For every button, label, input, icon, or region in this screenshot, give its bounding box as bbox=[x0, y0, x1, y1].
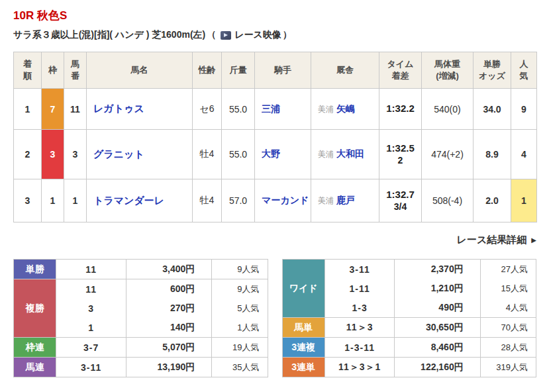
result-row-1: 1 7 11 レガトゥス セ6 55.0 三浦 美浦矢嶋 1:32.2 540(… bbox=[14, 89, 537, 130]
frame-cell: 3 bbox=[42, 130, 64, 179]
chevron-right-icon: ▶ bbox=[531, 236, 536, 244]
horse-name-link[interactable]: レガトゥス bbox=[93, 103, 144, 114]
payout-combo: 11＞3 bbox=[324, 318, 395, 338]
result-row-3: 3 1 1 トラマンダーレ 牡4 57.0 マーカンド 美浦鹿戸 1:32.7 … bbox=[14, 179, 537, 222]
stable-cell: 美浦鹿戸 bbox=[311, 179, 379, 222]
column-header-horse-weight: 馬体重 (増減) bbox=[422, 52, 474, 89]
payout-amount: 30,650円 bbox=[395, 318, 480, 338]
time-value: 1:32.7 bbox=[381, 189, 420, 201]
column-header-weight: 斤量 bbox=[222, 52, 255, 89]
race-results-table: 着 順 枠 馬 番 馬名 性齢 斤量 騎手 厩舎 タイム 着差 馬体重 (増減)… bbox=[13, 52, 537, 222]
payout-table-left: 単勝 11 3,400円 9人気 複勝 11 600円 9人気 3 270円 5… bbox=[13, 259, 268, 377]
column-header-jockey: 騎手 bbox=[255, 52, 311, 89]
payout-amount: 2,370円 bbox=[395, 260, 480, 279]
weight-cell: 57.0 bbox=[222, 179, 255, 222]
payout-popularity: 27人気 bbox=[480, 260, 536, 279]
payout-popularity: 319人気 bbox=[480, 358, 536, 377]
payout-popularity: 5人気 bbox=[212, 299, 268, 318]
payout-combo: 3 bbox=[56, 299, 126, 318]
payout-type-label: 3連単 bbox=[282, 358, 324, 377]
paren-close: ） bbox=[283, 29, 292, 41]
detail-link-row: レース結果詳細▶ bbox=[13, 234, 536, 246]
payout-group-wakuren: 枠連 3-7 5,070円 19人気 bbox=[14, 338, 268, 358]
payout-popularity: 4人気 bbox=[480, 298, 536, 318]
payout-combo: 11 bbox=[56, 260, 126, 279]
column-header-time-margin: タイム 着差 bbox=[379, 52, 422, 89]
payout-popularity: 19人気 bbox=[212, 338, 268, 358]
horse-name-link[interactable]: グラニット bbox=[93, 148, 144, 160]
jockey-link[interactable]: マーカンド bbox=[262, 195, 309, 205]
payout-amount: 490円 bbox=[395, 298, 480, 318]
popularity-cell: 4 bbox=[511, 130, 537, 179]
time-cell: 1:32.5 2 bbox=[379, 130, 422, 179]
column-header-popularity: 人 気 bbox=[511, 52, 537, 89]
race-result-detail-link[interactable]: レース結果詳細▶ bbox=[457, 234, 536, 245]
popularity-cell: 1 bbox=[511, 179, 537, 222]
payout-amount: 600円 bbox=[126, 279, 212, 299]
payout-type-label: 馬連 bbox=[14, 358, 56, 377]
column-header-finish: 着 順 bbox=[14, 52, 42, 89]
payout-popularity: 1人気 bbox=[212, 318, 268, 338]
race-conditions-bar: サラ系３歳以上(混)[指]( ハンデ ) 芝1600m(左) （ レース映像 ） bbox=[13, 29, 536, 41]
popularity-cell: 9 bbox=[511, 89, 537, 130]
race-video-icon bbox=[221, 31, 231, 40]
horse-number-cell: 1 bbox=[64, 179, 87, 222]
payout-combo: 3-11 bbox=[324, 260, 395, 279]
weight-cell: 55.0 bbox=[222, 130, 255, 179]
stable-region-label: 美浦 bbox=[318, 105, 334, 114]
payout-type-label: ワイド bbox=[282, 260, 324, 318]
payout-popularity: 15人気 bbox=[480, 279, 536, 298]
payout-type-label: 単勝 bbox=[14, 260, 56, 279]
time-cell: 1:32.7 3/4 bbox=[379, 179, 422, 222]
payout-combo: 1 bbox=[56, 318, 126, 338]
horse-name-link[interactable]: トラマンダーレ bbox=[93, 195, 164, 206]
jockey-link[interactable]: 三浦 bbox=[262, 103, 280, 114]
frame-cell: 7 bbox=[42, 89, 64, 130]
payout-amount: 1,210円 bbox=[395, 279, 480, 298]
time-value: 1:32.2 bbox=[381, 103, 420, 115]
sex-age-cell: 牡4 bbox=[193, 130, 222, 179]
finish-cell: 1 bbox=[14, 89, 42, 130]
odds-cell: 2.0 bbox=[474, 179, 511, 222]
payout-combo: 1-3 bbox=[324, 298, 395, 318]
weight-cell: 55.0 bbox=[222, 89, 255, 130]
column-header-horse-name: 馬名 bbox=[87, 52, 193, 89]
jockey-link[interactable]: 大野 bbox=[262, 148, 280, 159]
result-row-2: 2 3 3 グラニット 牡4 55.0 大野 美浦大和田 1:32.5 2 47… bbox=[14, 130, 537, 179]
horse-weight-cell: 474(+2) bbox=[422, 130, 474, 179]
column-header-odds: 単勝 オッズ bbox=[474, 52, 511, 89]
trainer-link[interactable]: 矢嶋 bbox=[336, 103, 355, 114]
horse-weight-cell: 508(-4) bbox=[422, 179, 474, 222]
payout-amount: 5,070円 bbox=[126, 338, 212, 358]
column-header-sex-age: 性齢 bbox=[193, 52, 222, 89]
payout-table-right: ワイド 3-11 2,370円 27人気 1-11 1,210円 15人気 1-… bbox=[282, 259, 537, 377]
payout-amount: 270円 bbox=[126, 299, 212, 318]
sex-age-cell: 牡4 bbox=[193, 179, 222, 222]
stable-region-label: 美浦 bbox=[318, 196, 334, 205]
frame-cell: 1 bbox=[42, 179, 64, 222]
margin-value: 2 bbox=[381, 155, 420, 167]
results-header-row: 着 順 枠 馬 番 馬名 性齢 斤量 騎手 厩舎 タイム 着差 馬体重 (増減)… bbox=[14, 52, 537, 89]
horse-number-cell: 11 bbox=[64, 89, 87, 130]
payout-amount: 8,460円 bbox=[395, 338, 480, 358]
payout-group-fukusho: 複勝 11 600円 9人気 3 270円 5人気 1 140円 1人気 bbox=[14, 279, 268, 338]
payout-group-sanrenpuku: 3連複 1-3-11 8,460円 28人気 bbox=[282, 338, 536, 358]
payout-popularity: 9人気 bbox=[212, 260, 268, 279]
trainer-link[interactable]: 鹿戸 bbox=[336, 195, 355, 205]
payout-amount: 122,160円 bbox=[395, 358, 480, 377]
horse-number-cell: 3 bbox=[64, 130, 87, 179]
stable-cell: 美浦大和田 bbox=[311, 130, 379, 179]
payout-combo: 1-11 bbox=[324, 279, 395, 298]
race-title: 10R 秋色S bbox=[13, 8, 536, 23]
race-result-page: 10R 秋色S サラ系３歳以上(混)[指]( ハンデ ) 芝1600m(左) （… bbox=[0, 0, 549, 388]
payout-group-umatan: 馬単 11＞3 30,650円 70人気 bbox=[282, 318, 536, 338]
payout-type-label: 複勝 bbox=[14, 279, 56, 338]
payout-amount: 13,190円 bbox=[126, 358, 212, 377]
race-video-link[interactable]: レース映像 bbox=[234, 29, 281, 41]
payout-combo: 11 bbox=[56, 279, 126, 299]
payout-combo: 1-3-11 bbox=[324, 338, 395, 358]
horse-weight-cell: 540(0) bbox=[422, 89, 474, 130]
trainer-link[interactable]: 大和田 bbox=[336, 148, 364, 159]
payout-type-label: 3連複 bbox=[282, 338, 324, 358]
time-cell: 1:32.2 bbox=[379, 89, 422, 130]
